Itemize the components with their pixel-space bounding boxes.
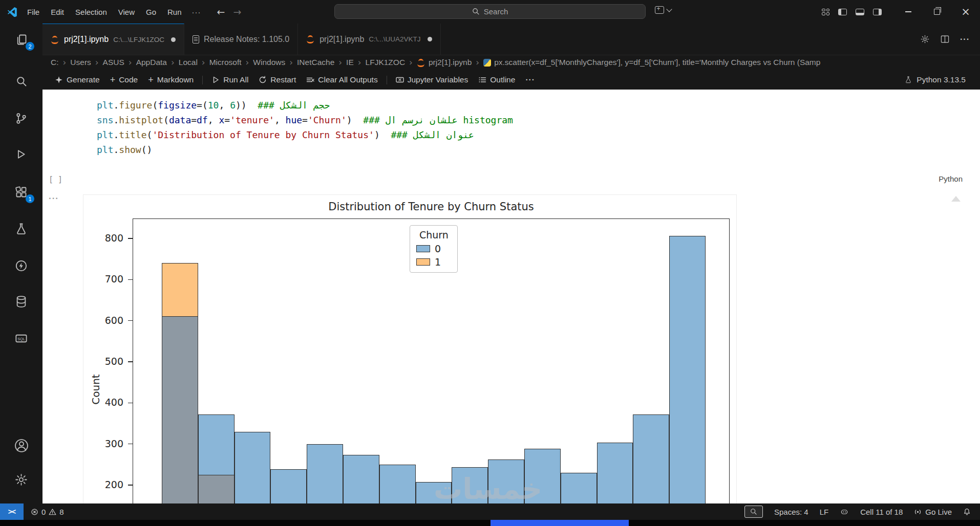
- account-icon[interactable]: [0, 432, 42, 459]
- notebook-settings-gear-icon[interactable]: [920, 34, 930, 44]
- breadcrumb-item[interactable]: px.scatter(x=df_5['MonthlyCharges'], y=d…: [483, 58, 820, 67]
- outline-button[interactable]: Outline: [473, 73, 520, 87]
- copilot-icon[interactable]: [840, 508, 849, 516]
- plus-icon: +: [110, 77, 116, 83]
- breadcrumb-item[interactable]: ASUS: [103, 58, 124, 67]
- menu-file[interactable]: File: [22, 5, 45, 19]
- histogram-bar: [235, 432, 271, 503]
- database-icon[interactable]: [0, 288, 42, 315]
- y-tick-label: 300: [92, 438, 123, 449]
- remote-indicator[interactable]: ><: [0, 503, 24, 520]
- restart-label: Restart: [270, 75, 296, 84]
- jupyter-variables-button[interactable]: Jupyter Variables: [391, 73, 474, 87]
- breadcrumb-item[interactable]: INetCache: [297, 58, 334, 67]
- breadcrumb-item[interactable]: Microsoft: [209, 58, 242, 67]
- restore-button[interactable]: [923, 0, 951, 24]
- split-editor-icon[interactable]: [940, 34, 950, 44]
- breadcrumb-item[interactable]: Windows: [253, 58, 285, 67]
- toggle-sidebar-icon[interactable]: [838, 9, 847, 15]
- add-code-label: Code: [119, 75, 138, 84]
- breadcrumb-separator: ›: [338, 57, 342, 68]
- forward-arrow-icon[interactable]: →: [233, 6, 241, 17]
- cell-more-actions-icon[interactable]: ···: [49, 193, 59, 204]
- y-tick-label: 200: [92, 479, 123, 490]
- back-arrow-icon[interactable]: ←: [217, 6, 225, 17]
- toolbar-more-icon[interactable]: ···: [520, 73, 540, 87]
- menu-overflow-icon[interactable]: ···: [187, 5, 206, 19]
- watermark: خمسات: [411, 472, 565, 503]
- kernel-picker[interactable]: Python 3.13.5: [904, 75, 980, 84]
- titlebar-action[interactable]: [655, 6, 671, 14]
- clear-all-outputs-button[interactable]: Clear All Outputs: [301, 73, 382, 87]
- y-tick-label: 800: [92, 232, 123, 244]
- settings-gear-icon[interactable]: [0, 466, 42, 493]
- code-line[interactable]: plt.show(): [97, 142, 513, 157]
- breadcrumb-item[interactable]: LFJK1ZOC: [366, 58, 406, 67]
- eol-indicator[interactable]: LF: [820, 508, 829, 516]
- legend-swatch: [416, 258, 430, 266]
- problems-indicator[interactable]: 0 8: [31, 508, 64, 516]
- variables-icon: [396, 76, 404, 84]
- modified-dot-icon[interactable]: [428, 37, 432, 41]
- menu-run[interactable]: Run: [162, 5, 187, 19]
- tab-prj2-1-ipynb[interactable]: prj2[1].ipynb C:\...\LFJK1ZOC: [42, 24, 184, 55]
- code-line[interactable]: sns.histplot(data=df, x='tenure', hue='C…: [97, 113, 513, 127]
- generate-button[interactable]: Generate: [50, 73, 105, 87]
- extensions-icon[interactable]: 1: [0, 178, 42, 206]
- tab-release-notes[interactable]: Release Notes: 1.105.0: [184, 24, 298, 55]
- tab-prj2-1-ipynb-2[interactable]: prj2[1].ipynb C:\...\UUA2VKTJ: [298, 24, 440, 55]
- breadcrumb-item[interactable]: prj2[1].ipynb: [417, 58, 472, 67]
- more-actions-icon[interactable]: ···: [960, 35, 970, 44]
- code-lines[interactable]: plt.figure(figsize=(10, 6)) ### حجم الشك…: [97, 98, 513, 157]
- breadcrumb-item[interactable]: Local: [179, 58, 198, 67]
- extensions-badge: 1: [26, 194, 34, 203]
- kernel-icon: [904, 76, 912, 84]
- restart-button[interactable]: Restart: [253, 73, 301, 87]
- title-bar: File Edit Selection View Go Run ··· ← → …: [0, 0, 980, 24]
- add-markdown-label: Markdown: [157, 75, 194, 84]
- menu-edit[interactable]: Edit: [45, 5, 70, 19]
- cell-position-indicator[interactable]: Cell 11 of 18: [860, 508, 903, 516]
- menu-selection[interactable]: Selection: [70, 5, 113, 19]
- breadcrumb-item[interactable]: IE: [346, 58, 354, 67]
- search-command-center[interactable]: Search: [334, 4, 646, 19]
- indentation-indicator[interactable]: Spaces: 4: [774, 508, 808, 516]
- menu-go[interactable]: Go: [140, 5, 162, 19]
- add-markdown-button[interactable]: + Markdown: [143, 73, 199, 87]
- explorer-icon[interactable]: 2: [0, 26, 42, 53]
- tab-label: prj2[1].ipynb: [319, 35, 364, 44]
- source-control-icon[interactable]: [0, 104, 42, 132]
- run-debug-icon[interactable]: [0, 140, 42, 168]
- toggle-panel-icon[interactable]: [856, 9, 864, 15]
- toggle-secondary-sidebar-icon[interactable]: [873, 9, 882, 15]
- status-bar: >< 0 8 Spaces: 4 LF Cell 11 of 18 Go Liv…: [0, 503, 980, 520]
- search-view-icon[interactable]: [0, 67, 42, 95]
- y-tick-label: 700: [92, 273, 123, 284]
- thunder-client-icon[interactable]: [0, 252, 42, 279]
- code-line[interactable]: plt.title('Distribution of Tenure by Chu…: [97, 127, 513, 142]
- editor-actions: ···: [920, 24, 980, 55]
- add-code-button[interactable]: + Code: [105, 73, 143, 87]
- histogram-bar: [307, 444, 343, 503]
- notifications-bell-icon[interactable]: [963, 508, 971, 516]
- code-line[interactable]: plt.figure(figsize=(10, 6)) ### حجم الشك…: [97, 98, 513, 113]
- customize-layout-icon[interactable]: [822, 9, 829, 15]
- menu-view[interactable]: View: [113, 5, 140, 19]
- run-all-button[interactable]: Run All: [206, 73, 253, 87]
- histogram-bar: [597, 443, 633, 503]
- breadcrumb-separator: ›: [289, 57, 293, 68]
- breadcrumb-separator: ›: [202, 57, 205, 68]
- sql-server-icon[interactable]: SQL: [0, 324, 42, 352]
- breadcrumb-item[interactable]: AppData: [136, 58, 167, 67]
- breadcrumb-separator: ›: [358, 57, 361, 68]
- breadcrumb-item[interactable]: Users: [70, 58, 91, 67]
- scroll-top-icon[interactable]: [951, 196, 961, 202]
- modified-dot-icon[interactable]: [171, 37, 176, 42]
- breadcrumb-item[interactable]: C:: [51, 58, 59, 67]
- testing-icon[interactable]: [0, 215, 42, 243]
- cell-language-picker[interactable]: Python: [939, 174, 963, 183]
- close-button[interactable]: ×: [951, 0, 980, 24]
- minimize-button[interactable]: [894, 0, 923, 24]
- zoom-tool-button[interactable]: [744, 506, 763, 518]
- go-live-button[interactable]: Go Live: [914, 508, 952, 516]
